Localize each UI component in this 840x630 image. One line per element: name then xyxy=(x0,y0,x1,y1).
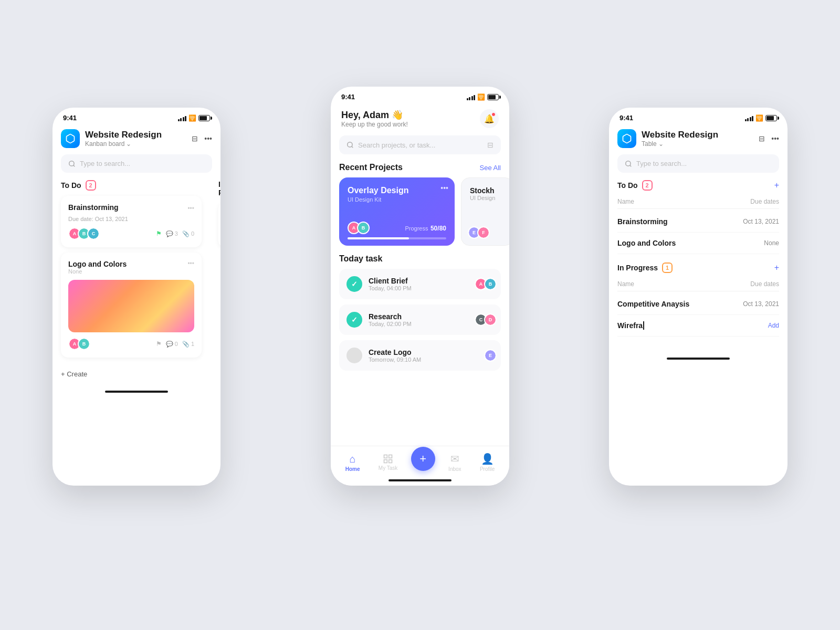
logo-card-sub: None xyxy=(68,268,127,275)
task-avatars-brainstorming: A B C xyxy=(68,227,97,240)
logo-card-more[interactable]: ••• xyxy=(187,260,194,267)
inprogress-group-title: In Progress xyxy=(617,264,658,272)
project-overlay-design[interactable]: Overlay Design UI Design Kit ••• A B Pro… xyxy=(339,177,455,246)
task-name-create-logo: Create Logo xyxy=(369,348,478,356)
task-client-brief[interactable]: ✓ Client Brief Today, 04:00 PM A B xyxy=(339,269,501,299)
row-add-wirefra[interactable]: Add xyxy=(768,322,779,329)
filter-icon-right[interactable]: ⊟ xyxy=(759,134,765,143)
row-name-competitive: Competitive Anaysis xyxy=(617,300,689,308)
app-subtitle-right: Table ⌄ xyxy=(642,140,753,148)
nav-home[interactable]: ⌂ Home xyxy=(340,451,365,474)
todo-add-button[interactable]: + xyxy=(774,181,779,190)
today-task-label: Today task xyxy=(339,254,501,264)
signal-icon-center xyxy=(467,94,476,100)
task-time-client-brief: Today, 04:00 PM xyxy=(369,285,468,291)
svg-rect-3 xyxy=(389,455,392,458)
table-row-brainstorming[interactable]: Brainstorming Oct 13, 2021 xyxy=(617,211,779,233)
logo-card-title: Logo and Colors xyxy=(68,260,127,268)
battery-icon-center xyxy=(487,94,499,100)
project2-sub: UI Design xyxy=(470,195,505,201)
table-row-wirefra[interactable]: Wirefra Add xyxy=(617,315,779,337)
inprogress-group-header: In Progress 1 + xyxy=(617,262,779,273)
search-bar-center[interactable]: Search projects, or task... ⊟ xyxy=(339,135,501,154)
inprogress-add-button[interactable]: + xyxy=(774,263,779,272)
project1-more-icon[interactable]: ••• xyxy=(440,184,448,192)
nav-my-task[interactable]: My Task xyxy=(373,452,403,473)
col-name-label-2: Name xyxy=(617,280,634,288)
more-icon-left[interactable]: ••• xyxy=(204,134,212,143)
row-date-brainstorming: Oct 13, 2021 xyxy=(743,218,779,225)
home-indicator-left xyxy=(105,391,168,393)
greeting-name: Hey, Adam 👋 xyxy=(341,109,408,121)
table-col-headers-todo: Name Due dates xyxy=(617,195,779,209)
phone-center: 9:41 🛜 Hey, Adam 👋 Keep up the goo xyxy=(331,87,509,486)
table-row-logo-colors[interactable]: Logo and Colors None xyxy=(617,233,779,254)
notification-button[interactable]: 🔔 xyxy=(480,109,499,128)
home-indicator-right xyxy=(667,358,730,360)
wifi-icon-right: 🛜 xyxy=(755,114,763,122)
greeting-sub: Keep up the good work! xyxy=(341,121,408,128)
filter-icon-left[interactable]: ⊟ xyxy=(192,134,198,143)
status-bar-center: 9:41 🛜 xyxy=(331,87,509,104)
todo-group-header: To Do 2 + xyxy=(617,180,779,191)
progress-bar-bg xyxy=(348,237,446,239)
svg-rect-2 xyxy=(384,455,387,458)
more-icon-right[interactable]: ••• xyxy=(771,134,779,143)
filter-icon-center[interactable]: ⊟ xyxy=(487,141,494,149)
project1-progress: 50/80 xyxy=(430,225,446,232)
table-row-competitive[interactable]: Competitive Anaysis Oct 13, 2021 xyxy=(617,293,779,315)
status-icons-right: 🛜 xyxy=(745,114,778,122)
task-research[interactable]: ✓ Research Today, 02:00 PM C D xyxy=(339,304,501,335)
comment-icon-logo: 💬 xyxy=(166,341,173,348)
check-client-brief: ✓ xyxy=(346,276,362,292)
svg-point-6 xyxy=(626,161,631,165)
status-bar-right: 9:41 🛜 xyxy=(609,108,788,125)
add-task-button[interactable]: + xyxy=(411,447,435,471)
app-title-right: Website Redesign xyxy=(642,130,753,140)
task-avatars-research: C D xyxy=(475,313,494,326)
task-title-brainstorming: Brainstorming xyxy=(68,203,119,212)
task-actions-brainstorming: ⚑ 💬 3 📎 0 xyxy=(156,230,194,237)
create-button-left[interactable]: + Create xyxy=(52,363,210,385)
task-more-brainstorming[interactable]: ••• xyxy=(187,205,194,212)
project-stock[interactable]: Stockh UI Design E F xyxy=(461,177,509,246)
task-name-client-brief: Client Brief xyxy=(369,277,468,285)
task-avatars-client-brief: A B xyxy=(475,278,494,290)
nav-inbox[interactable]: ✉ Inbox xyxy=(443,450,466,474)
nav-profile[interactable]: 👤 Profile xyxy=(475,450,500,474)
svg-rect-4 xyxy=(384,460,387,463)
time-left: 9:41 xyxy=(63,114,77,122)
status-icons-center: 🛜 xyxy=(467,93,499,101)
task-brainstorming[interactable]: Brainstorming ••• Due date: Oct 13, 2021… xyxy=(61,196,202,247)
search-bar-right[interactable]: Type to search... xyxy=(617,154,779,173)
status-bar-left: 9:41 🛜 xyxy=(52,108,220,125)
inbox-label: Inbox xyxy=(448,466,461,472)
time-right: 9:41 xyxy=(620,114,633,122)
row-date-logo-colors: None xyxy=(764,239,779,247)
my-task-label: My Task xyxy=(379,465,398,471)
wifi-icon-center: 🛜 xyxy=(477,93,485,101)
todo-badge: 2 xyxy=(86,180,96,191)
battery-icon-left xyxy=(198,115,210,121)
row-date-competitive: Oct 13, 2021 xyxy=(743,300,779,308)
app-header-left: Website Redesign Kanban board ⌄ ⊟ ••• xyxy=(52,125,220,154)
wifi-icon-left: 🛜 xyxy=(188,114,196,122)
search-bar-left[interactable]: Type to search... xyxy=(61,154,212,173)
task-logo-colors[interactable]: Logo and Colors None ••• A B ⚑ xyxy=(61,253,202,358)
task-avatars-create-logo: E xyxy=(484,349,494,362)
attach-icon-logo: 📎 xyxy=(182,341,190,348)
project1-sub: UI Design Kit xyxy=(348,196,446,203)
scene: 9:41 🛜 Websit xyxy=(52,66,788,564)
attach-icon: 📎 xyxy=(182,230,190,237)
chevron-icon-left: ⌄ xyxy=(126,140,131,148)
inprogress-label: In Pr xyxy=(218,180,220,197)
time-center: 9:41 xyxy=(341,93,355,101)
signal-icon-right xyxy=(745,115,754,121)
see-all-button[interactable]: See All xyxy=(480,164,501,172)
chevron-icon-right: ⌄ xyxy=(658,140,664,148)
signal-icon-left xyxy=(178,115,187,121)
progress-bar-fill xyxy=(348,237,409,239)
task-create-logo[interactable]: Create Logo Tomorrow, 09:10 AM E xyxy=(339,340,501,371)
project2-avatars: E F xyxy=(468,226,487,239)
my-task-icon xyxy=(383,454,393,464)
